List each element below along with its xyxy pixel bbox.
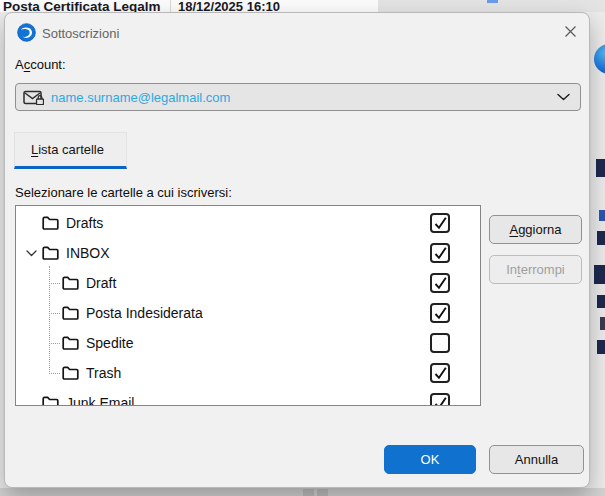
folder-name: Spedite	[86, 335, 133, 351]
folder-row-spedite[interactable]: Spedite	[16, 328, 480, 358]
folder-list-label: Selezionare le cartelle a cui iscriversi…	[15, 185, 232, 200]
expand-collapse-icon[interactable]	[22, 250, 40, 257]
background-text-fragment	[597, 231, 605, 245]
background-bottom-strip	[0, 488, 605, 496]
secure-mail-icon	[23, 90, 44, 105]
cancel-button[interactable]: Annulla	[489, 445, 584, 474]
background-taskbar-fragment	[303, 489, 314, 496]
background-text-fragment	[596, 159, 605, 177]
stop-button[interactable]: Interrompi	[489, 255, 582, 284]
subscribe-checkbox[interactable]	[430, 333, 450, 353]
subscribe-checkbox[interactable]	[430, 213, 450, 233]
folder-name: Junk Email	[66, 395, 134, 406]
folder-icon	[42, 396, 59, 406]
subscribe-checkbox[interactable]	[430, 363, 450, 383]
subscribe-checkbox[interactable]	[430, 273, 450, 293]
background-text-fragment	[600, 317, 605, 330]
subscribe-checkbox[interactable]	[430, 243, 450, 263]
background-message-datetime: 18/12/2025 16:10	[178, 0, 280, 12]
chevron-down-icon	[557, 93, 570, 101]
background-taskbar-fragment	[317, 489, 328, 496]
folder-icon	[62, 336, 79, 350]
background-selection-fragment	[487, 0, 498, 3]
folder-row-posta-indesiderata[interactable]: Posta Indesiderata	[16, 298, 480, 328]
background-text-fragment	[599, 210, 605, 221]
folder-row-draft[interactable]: Draft	[16, 268, 480, 298]
background-message-subject: Posta Certificata Legalm	[3, 0, 161, 12]
folder-name: Trash	[86, 365, 121, 381]
folder-icon	[62, 276, 79, 290]
dialog-title: Sottoscrizioni	[42, 26, 119, 41]
background-text-fragment	[597, 340, 605, 354]
folder-name: INBOX	[66, 245, 110, 261]
folder-icon	[62, 306, 79, 320]
thunderbird-logo-icon	[17, 23, 36, 42]
account-label: Account:	[15, 57, 66, 72]
ok-button[interactable]: OK	[384, 445, 476, 474]
account-selected-value: name.surname@legalmail.com	[51, 90, 557, 105]
folder-icon	[42, 216, 59, 230]
folder-row-drafts[interactable]: Drafts	[16, 208, 480, 238]
background-avatar-fragment	[594, 44, 605, 74]
background-text-fragment	[597, 295, 605, 308]
folder-row-trash[interactable]: Trash	[16, 358, 480, 388]
folder-row-inbox[interactable]: INBOX	[16, 238, 480, 268]
folder-name: Posta Indesiderata	[86, 305, 203, 321]
refresh-button[interactable]: Aggiorna	[489, 215, 582, 244]
folder-list[interactable]: Drafts INBOX	[15, 205, 481, 406]
tab-lista-cartelle[interactable]: Lista cartelle	[14, 132, 127, 169]
folder-row-junk-email[interactable]: Junk Email	[16, 388, 480, 406]
folder-name: Draft	[86, 275, 116, 291]
subscriptions-dialog: Sottoscrizioni Account: name.surname@leg…	[4, 12, 590, 488]
background-column-divider	[170, 0, 171, 12]
folder-icon	[42, 246, 59, 260]
subscribe-checkbox[interactable]	[430, 303, 450, 323]
background-message-row: Posta Certificata Legalm 18/12/2025 16:1…	[0, 0, 605, 12]
subscribe-checkbox[interactable]	[430, 393, 450, 406]
tab-label: Lista cartelle	[31, 142, 104, 157]
folder-icon	[62, 366, 79, 380]
close-icon[interactable]	[556, 17, 584, 45]
account-dropdown[interactable]: name.surname@legalmail.com	[15, 83, 581, 111]
folder-name: Drafts	[66, 215, 103, 231]
background-text-fragment	[594, 265, 605, 284]
